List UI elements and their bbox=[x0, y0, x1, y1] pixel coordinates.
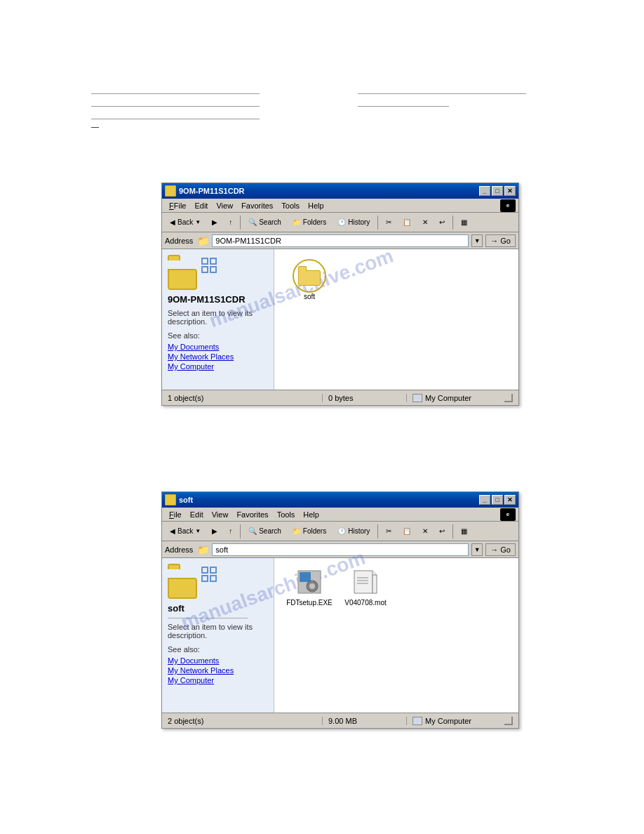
link-my-documents-1[interactable]: My Documents bbox=[168, 343, 268, 351]
address-folder-icon-1: 📁 bbox=[197, 235, 209, 246]
copy-to-button-1[interactable]: 📋 bbox=[398, 215, 416, 230]
content-area-2: manualsarchive.com soft Select an item bbox=[162, 558, 518, 713]
address-dropdown-2[interactable]: ▼ bbox=[471, 543, 483, 556]
svg-rect-11 bbox=[373, 575, 377, 593]
panel-folder-title-1: 9OM-PM11S1CDR bbox=[168, 294, 268, 305]
toolbar-1: ◀ Back ▼ ▶ ↑ 🔍 Search 📁 Folders 🕐 Histor… bbox=[162, 213, 518, 232]
page-text-left: — bbox=[91, 84, 344, 131]
deco-sq-3 bbox=[201, 266, 208, 273]
folder-body-2 bbox=[168, 578, 197, 599]
link-my-computer-2[interactable]: My Computer bbox=[168, 676, 268, 684]
address-go-button-2[interactable]: → Go bbox=[485, 543, 516, 556]
address-input-1[interactable] bbox=[212, 234, 469, 247]
link-my-documents-2[interactable]: My Documents bbox=[168, 656, 268, 665]
address-input-2[interactable] bbox=[212, 543, 469, 556]
link-my-network-places-2[interactable]: My Network Places bbox=[168, 666, 268, 675]
file-icon-soft[interactable]: soft bbox=[284, 259, 335, 300]
history-button-2[interactable]: 🕐 History bbox=[333, 524, 375, 539]
deco-sq-2 bbox=[210, 258, 217, 265]
history-button-1[interactable]: 🕐 History bbox=[333, 215, 375, 230]
forward-arrow-icon: ▶ bbox=[212, 218, 217, 226]
left-panel-2: soft Select an item to view its descript… bbox=[162, 558, 274, 713]
title-bar-controls-1: _ □ ✕ bbox=[479, 186, 516, 196]
move-to-button-2[interactable]: ✂ bbox=[381, 524, 396, 539]
menu-favorites-2[interactable]: Favorites bbox=[232, 509, 272, 520]
menu-view-2[interactable]: View bbox=[208, 509, 233, 520]
window-icon-1 bbox=[165, 185, 176, 197]
search-button-1[interactable]: 🔍 Search bbox=[243, 215, 286, 230]
folder-circle-soft bbox=[293, 259, 326, 293]
separator-2c bbox=[452, 524, 453, 538]
msi-icon-v040708 bbox=[351, 568, 380, 596]
link-my-computer-1[interactable]: My Computer bbox=[168, 362, 268, 371]
computer-icon-1 bbox=[412, 394, 422, 402]
window-icon-2 bbox=[165, 494, 176, 505]
link-my-network-places-1[interactable]: My Network Places bbox=[168, 352, 268, 361]
folder-body-1 bbox=[168, 269, 197, 290]
copy-to-button-2[interactable]: 📋 bbox=[398, 524, 416, 539]
undo-button-2[interactable]: ↩ bbox=[434, 524, 450, 539]
menu-tools-2[interactable]: Tools bbox=[273, 509, 300, 520]
title-bar-controls-2: _ □ ✕ bbox=[479, 495, 516, 505]
menu-help-2[interactable]: Help bbox=[299, 509, 323, 520]
svg-marker-10 bbox=[373, 571, 377, 575]
up-button-2[interactable]: ↑ bbox=[224, 524, 237, 539]
resize-handle-2[interactable] bbox=[504, 717, 513, 725]
folders-button-2[interactable]: 📁 Folders bbox=[288, 524, 331, 539]
minimize-button-1[interactable]: _ bbox=[479, 186, 490, 196]
menu-edit-2[interactable]: Edit bbox=[186, 509, 208, 520]
svg-rect-8 bbox=[354, 571, 373, 593]
maximize-button-2[interactable]: □ bbox=[492, 495, 503, 505]
delete-button-2[interactable]: ✕ bbox=[417, 524, 433, 539]
deco-sq-2-3 bbox=[201, 575, 208, 582]
address-dropdown-1[interactable]: ▼ bbox=[471, 234, 483, 247]
menu-file-1[interactable]: FFile bbox=[165, 200, 190, 211]
close-button-2[interactable]: ✕ bbox=[504, 495, 516, 505]
address-go-button-1[interactable]: → Go bbox=[485, 234, 516, 247]
search-button-2[interactable]: 🔍 Search bbox=[243, 524, 286, 539]
folders-button-1[interactable]: 📁 Folders bbox=[288, 215, 331, 230]
back-button-2[interactable]: ◀ Back ▼ bbox=[165, 524, 206, 539]
search-icon-2: 🔍 bbox=[248, 527, 257, 535]
menu-edit-1[interactable]: Edit bbox=[190, 200, 212, 211]
title-bar-2[interactable]: soft _ □ ✕ bbox=[162, 492, 518, 508]
views-button-1[interactable]: ▦ bbox=[456, 215, 472, 230]
exe-svg bbox=[297, 569, 322, 595]
text-line-1 bbox=[91, 84, 260, 94]
file-label-fdtsetup: FDTsetup.EXE bbox=[286, 599, 333, 607]
separator-1a bbox=[240, 216, 241, 230]
menu-view-1[interactable]: View bbox=[212, 200, 237, 211]
page-text-right bbox=[358, 84, 610, 110]
menu-help-1[interactable]: Help bbox=[304, 200, 328, 211]
status-bar-1: 1 object(s) 0 bytes My Computer bbox=[162, 390, 518, 405]
back-button-1[interactable]: ◀ Back ▼ bbox=[165, 215, 206, 230]
back-arrow-icon-2: ◀ bbox=[170, 527, 175, 535]
svg-rect-4 bbox=[311, 581, 314, 583]
maximize-button-1[interactable]: □ bbox=[492, 186, 503, 196]
menu-file-2[interactable]: File bbox=[165, 509, 186, 520]
undo-button-1[interactable]: ↩ bbox=[434, 215, 450, 230]
title-bar-1[interactable]: 9OM-PM11S1CDR _ □ ✕ bbox=[162, 183, 518, 199]
move-to-button-1[interactable]: ✂ bbox=[381, 215, 396, 230]
text-line-r1 bbox=[358, 84, 526, 94]
window-title-1: 9OM-PM11S1CDR bbox=[179, 187, 479, 195]
window-title-2: soft bbox=[179, 496, 479, 504]
left-panel-1: 9OM-PM11S1CDR Select an item to view its… bbox=[162, 249, 274, 390]
file-icon-label-soft: soft bbox=[304, 293, 315, 300]
file-icon-v040708[interactable]: V040708.mot bbox=[340, 568, 391, 607]
folders-icon: 📁 bbox=[293, 218, 301, 226]
up-button-1[interactable]: ↑ bbox=[224, 215, 237, 230]
svg-rect-6 bbox=[307, 585, 309, 588]
menu-favorites-1[interactable]: Favorites bbox=[237, 200, 277, 211]
minimize-button-2[interactable]: _ bbox=[479, 495, 490, 505]
menu-tools-1[interactable]: Tools bbox=[277, 200, 304, 211]
views-button-2[interactable]: ▦ bbox=[456, 524, 472, 539]
status-objects-1: 1 object(s) bbox=[168, 394, 322, 402]
forward-button-2[interactable]: ▶ bbox=[207, 524, 222, 539]
delete-button-1[interactable]: ✕ bbox=[417, 215, 433, 230]
resize-handle-1[interactable] bbox=[504, 394, 513, 402]
forward-button-1[interactable]: ▶ bbox=[207, 215, 222, 230]
close-button-1[interactable]: ✕ bbox=[504, 186, 516, 196]
file-icon-fdtsetup[interactable]: FDTsetup.EXE bbox=[284, 568, 335, 607]
text-line-dash: — bbox=[91, 122, 344, 131]
